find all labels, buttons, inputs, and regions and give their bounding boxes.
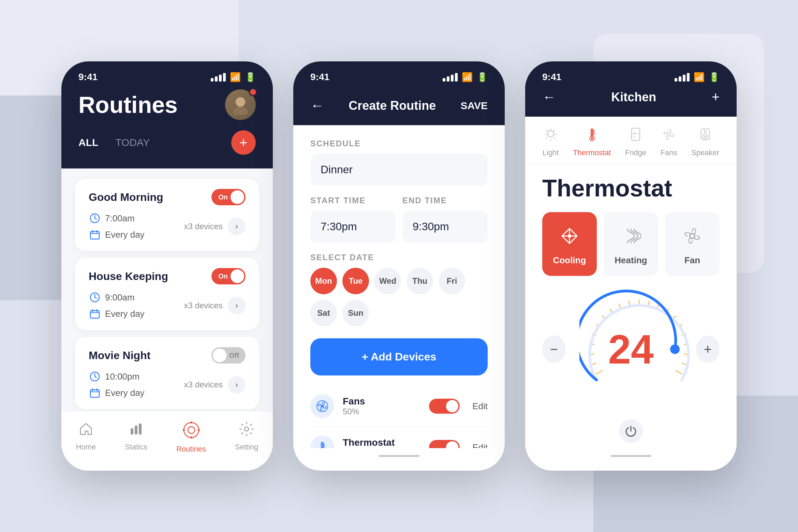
mode-fan[interactable]: Fan — [665, 212, 720, 276]
nav-routines[interactable]: Routines — [176, 422, 206, 454]
status-time-1: 9:41 — [78, 72, 98, 83]
fan-label: Fan — [684, 255, 700, 266]
tab-light[interactable]: Light — [543, 127, 559, 164]
svg-rect-5 — [90, 311, 99, 318]
nav-setting[interactable]: Setting — [235, 422, 258, 454]
routine-chevron-1[interactable]: › — [228, 297, 246, 314]
svg-line-38 — [592, 363, 596, 365]
temp-increase-button[interactable]: + — [696, 336, 720, 363]
phone3-plus-button[interactable]: + — [712, 89, 720, 105]
phone3-screen-title: Kitchen — [611, 90, 656, 104]
schedule-name-field[interactable]: Dinner — [310, 154, 488, 186]
fans-edit-button[interactable]: Edit — [472, 401, 488, 412]
fans-toggle[interactable] — [429, 399, 460, 414]
day-wed[interactable]: Wed — [374, 268, 401, 294]
heating-icon — [617, 222, 645, 250]
thermostat-tab-icon — [585, 127, 600, 145]
mode-cooling[interactable]: Cooling — [542, 212, 597, 276]
routine-day-0: Every day — [89, 228, 145, 241]
svg-point-33 — [704, 135, 706, 137]
routine-toggle-2[interactable]: Off — [211, 347, 246, 364]
calendar-svg-2 — [89, 387, 100, 398]
svg-point-15 — [198, 429, 200, 431]
add-devices-button[interactable]: + Add Devices — [310, 338, 488, 375]
svg-line-57 — [676, 371, 682, 374]
thermostat-svg — [316, 441, 329, 448]
day-mon[interactable]: Mon — [310, 268, 337, 294]
toggle-knob-2 — [213, 349, 226, 362]
statics-icon — [129, 422, 144, 440]
day-fri[interactable]: Fri — [439, 268, 465, 294]
thermostat-toggle[interactable] — [429, 440, 460, 448]
day-sat[interactable]: Sat — [310, 300, 337, 326]
tab-all[interactable]: ALL — [78, 137, 98, 148]
schedule-name-text: Dinner — [321, 163, 353, 176]
fans-tab-svg — [661, 127, 676, 142]
dial-wrapper: 24 — [579, 290, 682, 409]
start-time-box[interactable]: 7:30pm — [310, 211, 396, 242]
routines-list: Good Morning On — [61, 168, 273, 411]
signal-bar-4 — [223, 73, 226, 82]
devices-count-2: x3 devices — [184, 380, 223, 389]
mode-heating[interactable]: Heating — [604, 212, 658, 276]
signal-icon-2 — [443, 73, 458, 82]
clock-svg-2 — [89, 371, 100, 382]
routine-info-0: 7:00am Every day — [89, 212, 145, 241]
signal-bar-2-4 — [455, 73, 458, 82]
nav-home[interactable]: Home — [76, 422, 96, 454]
svg-line-37 — [596, 371, 602, 374]
end-time-box[interactable]: 9:30pm — [402, 211, 488, 242]
routine-chevron-0[interactable]: › — [228, 218, 246, 235]
tab-fans[interactable]: Fans — [661, 127, 677, 164]
day-thu[interactable]: Thu — [407, 268, 433, 294]
routine-header-0: Good Morning On — [89, 189, 246, 205]
fans-value: 50% — [343, 407, 420, 416]
tab-today[interactable]: TODAY — [115, 137, 150, 148]
svg-point-16 — [190, 437, 192, 439]
svg-point-1 — [233, 107, 248, 115]
signal-bar-3 — [219, 75, 222, 82]
svg-point-34 — [704, 131, 706, 133]
routine-card-1: House Keeping On — [75, 258, 259, 330]
power-button[interactable] — [619, 419, 643, 443]
routine-toggle-1[interactable]: On — [211, 268, 246, 284]
phones-container: 9:41 📶 🔋 Routines — [61, 61, 737, 471]
signal-bar-3-3 — [683, 75, 685, 82]
end-time-value: 9:30pm — [413, 220, 449, 233]
add-routine-button[interactable]: + — [231, 130, 256, 155]
phone2-back-button[interactable]: ← — [310, 98, 324, 113]
temp-decrease-button[interactable]: − — [542, 336, 566, 363]
time-labels-row: START TIME END TIME — [310, 196, 488, 211]
phone1-header: 9:41 📶 🔋 Routines — [61, 61, 273, 168]
toggle-knob-1 — [231, 269, 244, 283]
tab-speaker[interactable]: Speaker — [691, 127, 719, 164]
fans-toggle-knob — [446, 400, 458, 412]
routine-info-1: 9:00am Every day — [89, 291, 145, 320]
thermostat-edit-button[interactable]: Edit — [472, 442, 488, 448]
thermostat-dial-container: − — [542, 290, 720, 409]
routine-time-0: 7:00am — [89, 212, 145, 224]
phone3-back-button[interactable]: ← — [542, 89, 556, 105]
tab-fans-label: Fans — [661, 148, 677, 157]
status-bar-3: 9:41 📶 🔋 — [525, 61, 737, 83]
save-button[interactable]: SAVE — [461, 100, 488, 112]
signal-icon-3 — [675, 73, 690, 82]
routine-toggle-0[interactable]: On — [211, 189, 246, 205]
signal-bar-3-4 — [687, 73, 690, 82]
day-sun[interactable]: Sun — [342, 300, 369, 326]
nav-statics[interactable]: Statics — [125, 422, 147, 454]
svg-point-30 — [667, 133, 670, 136]
routine-card-2: Movie Night Off — [75, 337, 259, 409]
date-row: Mon Tue Wed Thu Fri Sat Sun — [310, 268, 488, 326]
svg-line-46 — [629, 301, 630, 305]
nav-statics-label: Statics — [125, 443, 147, 452]
setting-icon — [239, 422, 254, 440]
svg-line-56 — [682, 363, 686, 365]
phone-create-routine: 9:41 📶 🔋 ← Create Routine SAVE SCH — [293, 61, 505, 471]
tab-thermostat[interactable]: Thermostat — [573, 127, 611, 164]
routine-chevron-2[interactable]: › — [228, 376, 246, 394]
thermostat-toggle-knob — [446, 441, 458, 448]
day-tue[interactable]: Tue — [342, 268, 369, 294]
tab-fridge[interactable]: Fridge — [625, 127, 646, 164]
avatar-container[interactable] — [225, 89, 256, 120]
